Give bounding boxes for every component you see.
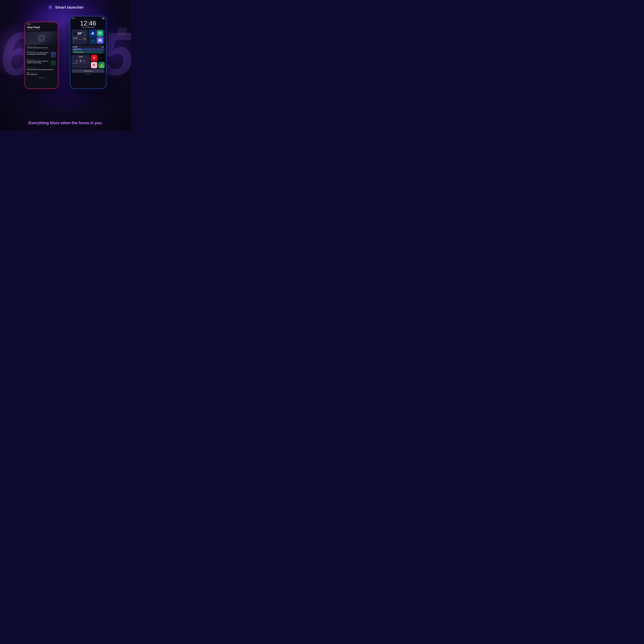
app-title: Smart launcher: [55, 5, 84, 10]
feed-item-title-1: AI beats human gamers: the next: [27, 47, 56, 49]
tagline-text: Everything blurs when the focus is you.: [28, 121, 103, 125]
weather-top: 🌤 28° ⬆ 20% ↑ 22° ↓ 14°: [73, 30, 86, 37]
weather-stats: ⬆ 20% ↑ 22° ↓ 14°: [83, 30, 86, 37]
music-controls: ⏮ ▶ ⏭: [73, 59, 89, 62]
phone-left-status-bar: 12:46: [25, 22, 58, 25]
feed-item-title-5: New study links: [27, 74, 56, 75]
music-progress-fill: [73, 63, 78, 63]
phone-left-home-indicator: [39, 78, 44, 78]
music-prev-button[interactable]: ⏮: [76, 60, 78, 62]
feed-subtitle: Last update Jan 31, 21:36: [27, 29, 56, 30]
feed-item-thumb-2: [51, 52, 56, 57]
calendar-event-1: Design Review 5 - 6pm: [73, 48, 103, 51]
app-chatgpt[interactable]: [97, 30, 103, 37]
widget-row-1: 🌤 28° ⬆ 20% ↑ 22° ↓ 14° Cloudy Scattered…: [72, 29, 105, 44]
home-date: Sep 19 Wednesday: [70, 27, 106, 28]
app-lightroom[interactable]: Lr: [89, 37, 96, 44]
music-title: Take it: [73, 56, 89, 57]
feed-item-title-3: NASA discovers signs of water on Jupiter…: [27, 60, 50, 64]
feed-source-3: NextGen Daily · 1h ago: [27, 59, 56, 60]
calendar-event-2: Dinner with Claudia: [73, 51, 103, 53]
feed-hero-image: [25, 32, 58, 45]
calendar-widget: 21 FRI ▐▐ Design Review 5 - 6pm Dinner w…: [72, 45, 105, 54]
phone-left: 12:46 Your Feed Last update Jan 31, 21:3…: [25, 22, 58, 89]
side-apps: N ♪ K 💰: [91, 55, 105, 68]
feed-item-4: PulseWire News · 1h ago Tesla announces …: [25, 67, 58, 72]
phones-container: 12:46 Your Feed Last update Jan 31, 21:3…: [25, 16, 106, 109]
music-play-button[interactable]: ▶: [79, 59, 82, 62]
side-apps-row-1: N ♪: [91, 55, 105, 61]
feed-item-5: Urban Lens · 1h ago New study links: [25, 72, 58, 76]
weather-warning: ▲ 2: [83, 38, 86, 40]
feed-item-thumb-3: [51, 60, 56, 66]
app-discord[interactable]: [97, 37, 103, 44]
music-widget: Take it Moon Empire ⏮ ▶ ⏭: [72, 55, 90, 68]
weather-icon: 🌤: [73, 31, 77, 36]
app-logo-icon: [47, 4, 53, 10]
feed-source-4: PulseWire News · 1h ago: [27, 68, 56, 69]
music-artist: Moon Empire: [73, 57, 89, 58]
app-netflix[interactable]: N: [91, 55, 97, 61]
feed-item-1: TechHive Central AI beats human gamers: …: [25, 45, 58, 50]
feed-source-5: Urban Lens · 1h ago: [27, 72, 56, 73]
phone-left-time: 12:46: [27, 23, 30, 25]
tagline-section: Everything blurs when the focus is you.: [28, 121, 103, 125]
music-progress-bar: [73, 63, 89, 63]
weather-sub: Scattered clouds: 25-50%: [73, 39, 83, 41]
feed-item-title-2: EU announces new climate deal to cut emi…: [27, 52, 50, 55]
widget-row-2: 21 FRI ▐▐ Design Review 5 - 6pm Dinner w…: [72, 45, 105, 54]
weather-temp: 28°: [77, 32, 82, 35]
smart-search-bar[interactable]: Smart search: [72, 69, 105, 73]
smart-search-label: Smart search: [84, 70, 92, 72]
phone-right: 9:30 ▼ ▐▐ 12:46 Sep 19 Wednesday 🌤 28° ⬆…: [70, 16, 106, 89]
weather-widget: 🌤 28° ⬆ 20% ↑ 22° ↓ 14° Cloudy Scattered…: [72, 29, 88, 44]
phone-right-time-status: 9:30: [72, 17, 75, 19]
feed-title: Your Feed: [27, 26, 56, 29]
app-playstation[interactable]: [89, 30, 96, 37]
side-apps-row-2: K 💰: [91, 62, 105, 68]
feed-item-2: Global Echo · 1h ago EU announces new cl…: [25, 50, 58, 58]
feed-source-2: Global Echo · 1h ago: [27, 51, 56, 52]
feed-source-1: TechHive Central: [27, 46, 56, 47]
feed-item-title-4: Tesla announces new Cybertruck timeline.: [27, 69, 56, 71]
phone-right-status-icons: ▼ ▐▐: [101, 18, 104, 19]
phone-right-home-indicator: [85, 74, 91, 74]
feed-item-3: NextGen Daily · 1h ago NASA discovers si…: [25, 58, 58, 67]
svg-point-0: [50, 7, 51, 8]
decorative-card: [118, 28, 127, 35]
music-next-button[interactable]: ⏭: [84, 60, 86, 62]
feed-header: Your Feed Last update Jan 31, 21:36: [25, 25, 58, 32]
weather-condition: Cloudy: [73, 37, 83, 39]
calendar-date: 21 FRI ▐▐: [73, 46, 103, 48]
widget-row-3: Take it Moon Empire ⏮ ▶ ⏭ N: [72, 55, 105, 68]
app-wallet[interactable]: 💰: [98, 62, 105, 68]
weather-bottom: Cloudy Scattered clouds: 25-50% ▲ 2: [73, 37, 86, 41]
home-clock: 12:46: [70, 20, 106, 27]
phone-right-status-bar: 9:30 ▼ ▐▐: [70, 16, 106, 20]
widget-grid: 🌤 28° ⬆ 20% ↑ 22° ↓ 14° Cloudy Scattered…: [70, 29, 106, 68]
app-tiktok[interactable]: ♪: [98, 55, 105, 61]
app-header: Smart launcher: [47, 4, 84, 10]
app-klarna[interactable]: K: [91, 62, 97, 68]
apps-grid-widget: Lr: [89, 29, 105, 44]
